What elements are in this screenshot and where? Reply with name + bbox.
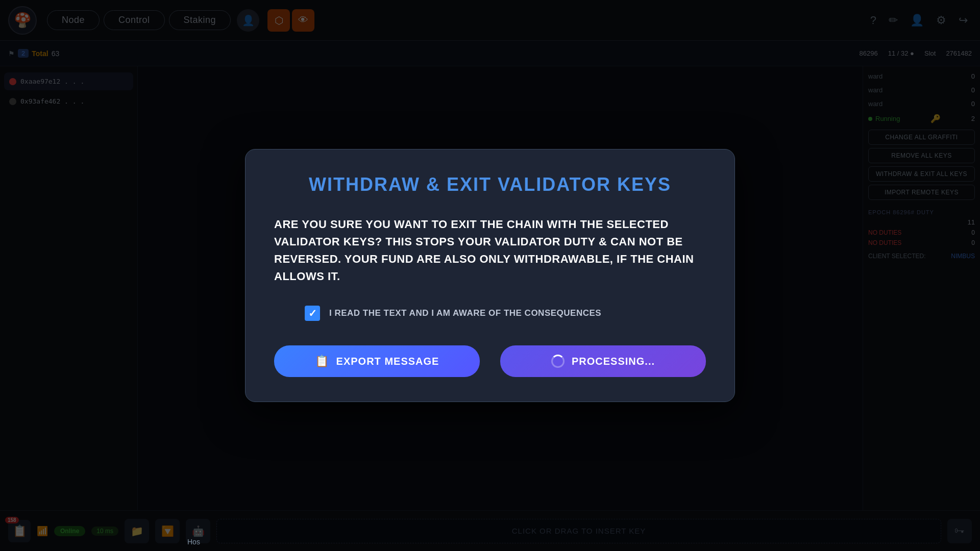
modal-title: WITHDRAW & EXIT VALIDATOR KEYS xyxy=(274,174,706,195)
processing-spinner xyxy=(551,355,565,368)
checkmark-icon: ✓ xyxy=(308,307,317,319)
export-icon: 📋 xyxy=(315,355,329,368)
checkbox-label: I READ THE TEXT AND I AM AWARE OF THE CO… xyxy=(329,308,601,318)
export-button-label: EXPORT MESSAGE xyxy=(336,356,439,367)
modal-overlay: WITHDRAW & EXIT VALIDATOR KEYS ARE YOU S… xyxy=(0,0,980,551)
acknowledge-checkbox[interactable]: ✓ xyxy=(305,306,320,321)
export-message-button[interactable]: 📋 EXPORT MESSAGE xyxy=(274,345,480,377)
checkbox-row: ✓ I READ THE TEXT AND I AM AWARE OF THE … xyxy=(274,306,706,321)
processing-button-label: PROCESSING... xyxy=(572,356,655,367)
modal-warning-text: ARE YOU SURE YOU WANT TO EXIT THE CHAIN … xyxy=(274,216,706,285)
processing-button[interactable]: PROCESSING... xyxy=(500,345,706,377)
withdraw-exit-modal: WITHDRAW & EXIT VALIDATOR KEYS ARE YOU S… xyxy=(245,149,735,402)
modal-buttons: 📋 EXPORT MESSAGE PROCESSING... xyxy=(274,345,706,377)
bottom-hos-text: Hos xyxy=(187,538,200,546)
